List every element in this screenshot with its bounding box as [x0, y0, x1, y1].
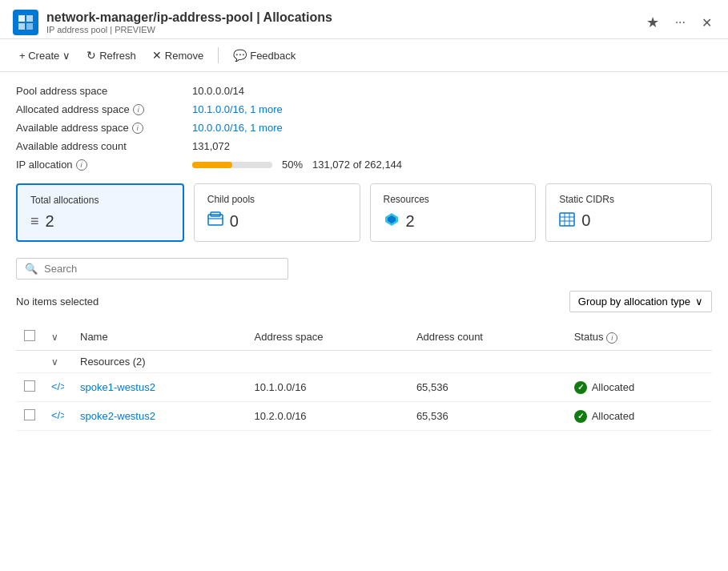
row1-status-label: Allocated	[592, 381, 634, 393]
svg-rect-3	[26, 23, 33, 30]
row2-address-space: 10.2.0.0/16	[247, 402, 408, 431]
remove-icon: ✕	[152, 49, 162, 62]
row1-icon-cell: </>	[43, 373, 72, 402]
row2-name-cell[interactable]: spoke2-westus2	[72, 402, 247, 431]
ip-allocation-row: 50% 131,072 of 262,144	[192, 159, 712, 171]
progress-bar-container	[192, 162, 272, 168]
card-static-cidrs[interactable]: Static CIDRs 0	[545, 183, 712, 242]
row1-status-badge: Allocated	[574, 381, 704, 394]
search-icon: 🔍	[25, 263, 38, 275]
col-name-header: Name	[72, 324, 247, 351]
row2-name[interactable]: spoke2-westus2	[80, 410, 155, 422]
card-resources-icon	[384, 211, 400, 231]
title-text: network-manager/ip-address-pool | Alloca…	[46, 10, 332, 34]
row1-name[interactable]: spoke1-westus2	[80, 381, 155, 393]
card-child-value: 0	[207, 211, 347, 231]
card-total-title: Total allocations	[30, 195, 170, 206]
row2-address-count: 65,536	[408, 402, 566, 431]
title-left: network-manager/ip-address-pool | Alloca…	[13, 10, 332, 35]
card-total-value: ≡ 2	[30, 212, 170, 231]
row2-checkbox[interactable]	[24, 409, 35, 420]
row2-status-badge: Allocated	[574, 410, 704, 423]
page-subtitle: IP address pool | PREVIEW	[46, 25, 332, 34]
card-total-allocations[interactable]: Total allocations ≡ 2	[16, 183, 184, 242]
row1-checkbox[interactable]	[24, 380, 35, 392]
svg-rect-0	[18, 15, 25, 22]
col-address-count-header: Address count	[408, 324, 566, 351]
star-button[interactable]: ★	[643, 10, 662, 34]
filter-row: No items selected Group by allocation ty…	[16, 291, 712, 312]
app-icon	[13, 10, 38, 35]
row2-resource-icon: </>	[51, 411, 64, 424]
row1-resource-icon: </>	[51, 382, 64, 395]
row2-status-label: Allocated	[592, 410, 634, 422]
close-button[interactable]: ✕	[698, 12, 715, 34]
allocated-info-icon[interactable]: i	[133, 104, 144, 115]
allocated-address-space-value[interactable]: 10.1.0.0/16, 1 more	[192, 103, 712, 115]
svg-text:</>: </>	[51, 409, 64, 421]
card-resources[interactable]: Resources 2	[370, 183, 537, 242]
toolbar: + Create ∨ ↻ Refresh ✕ Remove 💬 Feedback	[0, 39, 728, 72]
row2-icon-cell: </>	[43, 402, 72, 431]
card-resources-value: 2	[384, 211, 523, 231]
create-button[interactable]: + Create ∨	[13, 46, 77, 65]
refresh-label: Refresh	[99, 50, 136, 62]
card-static-title: Static CIDRs	[559, 194, 698, 205]
progress-percent: 50%	[282, 159, 303, 171]
create-label: + Create	[19, 50, 59, 62]
status-info-icon[interactable]: i	[606, 332, 617, 344]
feedback-icon: 💬	[233, 49, 247, 62]
group-row-resources: ∨ Resources (2)	[16, 351, 712, 373]
svg-rect-1	[26, 15, 33, 22]
feedback-button[interactable]: 💬 Feedback	[227, 46, 302, 65]
card-child-number: 0	[230, 212, 239, 231]
refresh-button[interactable]: ↻ Refresh	[80, 46, 143, 65]
card-static-number: 0	[581, 211, 590, 230]
card-child-pools[interactable]: Child pools 0	[194, 183, 360, 242]
table-header-row: ∨ Name Address space Address count Statu…	[16, 324, 712, 351]
info-panel: Pool address space 10.0.0.0/14 Allocated…	[16, 85, 712, 171]
search-input[interactable]	[44, 263, 280, 275]
remove-button[interactable]: ✕ Remove	[146, 46, 210, 65]
progress-detail: 131,072 of 262,144	[312, 159, 402, 171]
group-check-cell	[16, 351, 43, 373]
svg-text:</>: </>	[51, 380, 64, 392]
card-total-number: 2	[46, 212, 54, 231]
card-static-value: 0	[559, 211, 698, 230]
table-row: </> spoke2-westus2 10.2.0.0/16 65,536 Al…	[16, 402, 712, 431]
available-address-space-label: Available address space i	[16, 122, 192, 134]
group-by-chevron: ∨	[695, 296, 703, 308]
feedback-label: Feedback	[250, 50, 296, 62]
available-address-count-label: Available address count	[16, 140, 192, 152]
progress-bar-fill	[192, 162, 232, 168]
search-bar[interactable]: 🔍	[16, 258, 288, 279]
pool-address-space-label: Pool address space	[16, 85, 192, 97]
select-all-checkbox[interactable]	[24, 330, 35, 341]
row1-status-dot	[574, 381, 587, 394]
ip-allocation-info-icon[interactable]: i	[76, 159, 87, 171]
toolbar-separator	[218, 47, 219, 63]
available-address-count-value: 131,072	[192, 140, 712, 152]
card-child-icon	[207, 211, 223, 231]
ip-allocation-label: IP allocation i	[16, 159, 192, 171]
row2-status: Allocated	[566, 402, 712, 431]
row1-status: Allocated	[566, 373, 712, 402]
group-chevron[interactable]: ∨	[51, 356, 58, 368]
expand-chevron[interactable]: ∨	[51, 332, 58, 343]
card-resources-title: Resources	[384, 194, 523, 205]
row2-check-cell	[16, 402, 43, 431]
group-expand-cell[interactable]: ∨	[43, 351, 72, 373]
group-by-button[interactable]: Group by allocation type ∨	[569, 291, 712, 312]
row1-address-count: 65,536	[408, 373, 566, 402]
title-actions: ★ ··· ✕	[643, 10, 715, 34]
summary-cards: Total allocations ≡ 2 Child pools 0 R	[16, 183, 712, 242]
card-total-icon: ≡	[30, 213, 39, 230]
refresh-icon: ↻	[86, 49, 96, 62]
col-expand: ∨	[43, 324, 72, 351]
page-title: network-manager/ip-address-pool | Alloca…	[46, 10, 332, 25]
more-button[interactable]: ···	[672, 12, 689, 33]
row1-name-cell[interactable]: spoke1-westus2	[72, 373, 247, 402]
available-address-space-value[interactable]: 10.0.0.0/16, 1 more	[192, 122, 712, 134]
table-row: </> spoke1-westus2 10.1.0.0/16 65,536 Al…	[16, 373, 712, 402]
available-info-icon[interactable]: i	[132, 123, 143, 134]
